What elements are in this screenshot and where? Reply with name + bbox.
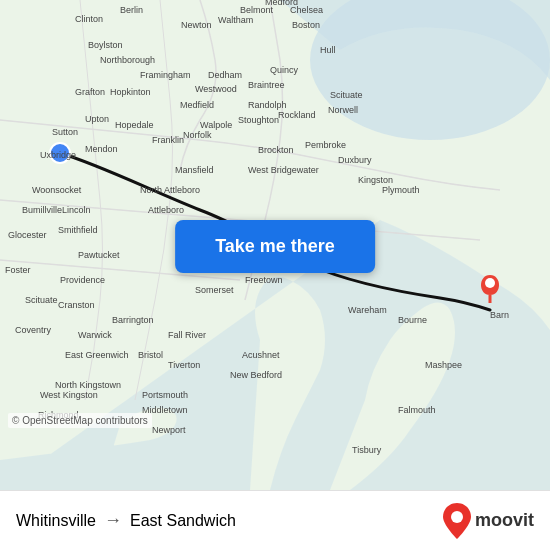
svg-text:Woonsocket: Woonsocket [32, 185, 82, 195]
route-info: Whitinsville → East Sandwich [16, 510, 236, 531]
svg-text:Hopkinton: Hopkinton [110, 87, 151, 97]
svg-text:Berlin: Berlin [120, 5, 143, 15]
svg-text:Norwell: Norwell [328, 105, 358, 115]
svg-text:Sutton: Sutton [52, 127, 78, 137]
svg-text:North Kingstown: North Kingstown [55, 380, 121, 390]
svg-text:Acushnet: Acushnet [242, 350, 280, 360]
arrow-icon: → [104, 510, 122, 531]
bottom-bar: Whitinsville → East Sandwich moovit [0, 490, 550, 550]
svg-text:Bourne: Bourne [398, 315, 427, 325]
svg-text:Braintree: Braintree [248, 80, 285, 90]
svg-text:Newport: Newport [152, 425, 186, 435]
svg-text:Providence: Providence [60, 275, 105, 285]
svg-text:Freetown: Freetown [245, 275, 283, 285]
svg-text:Attleboro: Attleboro [148, 205, 184, 215]
svg-text:Upton: Upton [85, 114, 109, 124]
svg-text:Mansfield: Mansfield [175, 165, 214, 175]
svg-text:Medfield: Medfield [180, 100, 214, 110]
svg-text:Newton: Newton [181, 20, 212, 30]
svg-point-3 [485, 278, 495, 288]
svg-text:Hull: Hull [320, 45, 336, 55]
svg-text:Tisbury: Tisbury [352, 445, 382, 455]
svg-text:Somerset: Somerset [195, 285, 234, 295]
destination-label: East Sandwich [130, 512, 236, 530]
svg-text:Brockton: Brockton [258, 145, 294, 155]
svg-text:Falmouth: Falmouth [398, 405, 436, 415]
svg-text:Boston: Boston [292, 20, 320, 30]
svg-text:Scituate: Scituate [25, 295, 58, 305]
svg-text:Glocester: Glocester [8, 230, 47, 240]
svg-text:Fall River: Fall River [168, 330, 206, 340]
moovit-text: moovit [475, 510, 534, 531]
svg-text:Bristol: Bristol [138, 350, 163, 360]
svg-text:Cranston: Cranston [58, 300, 95, 310]
svg-text:Hopedale: Hopedale [115, 120, 154, 130]
svg-text:Framingham: Framingham [140, 70, 191, 80]
svg-text:New Bedford: New Bedford [230, 370, 282, 380]
map-container: Clinton Berlin Boylston Northborough New… [0, 0, 550, 490]
svg-text:Coventry: Coventry [15, 325, 52, 335]
svg-text:Clinton: Clinton [75, 14, 103, 24]
svg-text:Kingston: Kingston [358, 175, 393, 185]
svg-text:Warwick: Warwick [78, 330, 112, 340]
moovit-pin-icon [443, 503, 471, 539]
svg-text:Grafton: Grafton [75, 87, 105, 97]
svg-text:Mashpee: Mashpee [425, 360, 462, 370]
svg-text:Barrington: Barrington [112, 315, 154, 325]
svg-text:Duxbury: Duxbury [338, 155, 372, 165]
svg-text:Pawtucket: Pawtucket [78, 250, 120, 260]
svg-text:Northborough: Northborough [100, 55, 155, 65]
svg-text:Portsmouth: Portsmouth [142, 390, 188, 400]
svg-text:Mendon: Mendon [85, 144, 118, 154]
svg-text:Medford: Medford [265, 0, 298, 7]
svg-text:Scituate: Scituate [330, 90, 363, 100]
svg-text:Uxbridge: Uxbridge [40, 150, 76, 160]
svg-text:Foster: Foster [5, 265, 31, 275]
svg-text:Wareham: Wareham [348, 305, 387, 315]
svg-text:Pembroke: Pembroke [305, 140, 346, 150]
svg-text:Waltham: Waltham [218, 15, 253, 25]
svg-text:Norfolk: Norfolk [183, 130, 212, 140]
svg-text:West Bridgewater: West Bridgewater [248, 165, 319, 175]
svg-text:Stoughton: Stoughton [238, 115, 279, 125]
svg-text:Dedham: Dedham [208, 70, 242, 80]
svg-text:North Attleboro: North Attleboro [140, 185, 200, 195]
copyright-text: © OpenStreetMap contributors [8, 413, 152, 428]
origin-label: Whitinsville [16, 512, 96, 530]
svg-text:Barn: Barn [490, 310, 509, 320]
svg-text:Smithfield: Smithfield [58, 225, 98, 235]
svg-text:Bumillville: Bumillville [22, 205, 62, 215]
svg-point-79 [451, 511, 463, 523]
moovit-logo: moovit [443, 503, 534, 539]
take-me-there-button[interactable]: Take me there [175, 220, 375, 273]
svg-text:Randolph: Randolph [248, 100, 287, 110]
svg-text:Rockland: Rockland [278, 110, 316, 120]
svg-text:Franklin: Franklin [152, 135, 184, 145]
svg-text:West Kingston: West Kingston [40, 390, 98, 400]
svg-text:Tiverton: Tiverton [168, 360, 200, 370]
svg-text:Lincoln: Lincoln [62, 205, 91, 215]
svg-text:Boylston: Boylston [88, 40, 123, 50]
svg-text:Walpole: Walpole [200, 120, 232, 130]
svg-text:Westwood: Westwood [195, 84, 237, 94]
svg-text:East Greenwich: East Greenwich [65, 350, 129, 360]
svg-text:Plymouth: Plymouth [382, 185, 420, 195]
svg-text:Quincy: Quincy [270, 65, 299, 75]
